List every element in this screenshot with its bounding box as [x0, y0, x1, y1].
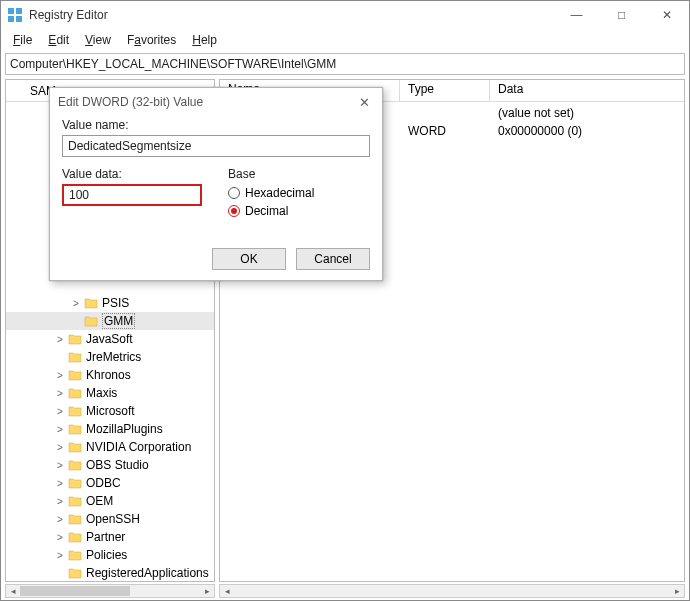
svg-rect-2 [8, 16, 14, 22]
svg-rect-3 [16, 16, 22, 22]
folder-icon [68, 495, 82, 507]
folder-icon [68, 333, 82, 345]
window-title: Registry Editor [29, 8, 554, 22]
expander-icon[interactable]: > [54, 405, 66, 417]
tree-node-nvidia-corporation[interactable]: >NVIDIA Corporation [6, 438, 214, 456]
menu-file[interactable]: File [5, 33, 40, 47]
menubar: File Edit View Favorites Help [1, 29, 689, 51]
tree-node-openssh[interactable]: >OpenSSH [6, 510, 214, 528]
expander-icon[interactable]: > [54, 495, 66, 507]
tree-node-partner[interactable]: >Partner [6, 528, 214, 546]
bottom-scroll-area: ◂ ▸ ◂ ▸ [5, 584, 685, 598]
tree-node-label: GMM [102, 313, 135, 329]
tree-hscroll[interactable]: ◂ ▸ [5, 584, 215, 598]
radio-decimal[interactable]: Decimal [228, 202, 370, 220]
expander-icon[interactable]: > [54, 423, 66, 435]
radio-dot-icon [228, 205, 240, 217]
tree-node-label: Microsoft [86, 404, 135, 418]
tree-node-gmm[interactable]: GMM [6, 312, 214, 330]
tree-node-odbc[interactable]: >ODBC [6, 474, 214, 492]
expander-icon[interactable] [70, 315, 82, 327]
menu-view[interactable]: View [77, 33, 119, 47]
tree-node-label: OBS Studio [86, 458, 149, 472]
folder-icon [68, 567, 82, 579]
expander-icon[interactable] [54, 567, 66, 579]
radio-hex-label: Hexadecimal [245, 186, 314, 200]
folder-icon [68, 441, 82, 453]
expander-icon[interactable]: > [54, 441, 66, 453]
tree-node-label: OpenSSH [86, 512, 140, 526]
tree-node-jremetrics[interactable]: JreMetrics [6, 348, 214, 366]
address-bar[interactable]: Computer\HKEY_LOCAL_MACHINE\SOFTWARE\Int… [5, 53, 685, 75]
value-name-field[interactable] [62, 135, 370, 157]
tree-node-label: MozillaPlugins [86, 422, 163, 436]
expander-icon[interactable]: > [54, 531, 66, 543]
expander-icon[interactable]: > [54, 459, 66, 471]
dialog-button-row: OK Cancel [212, 248, 370, 270]
tree-node-label: OEM [86, 494, 113, 508]
folder-icon [68, 423, 82, 435]
tree-node-registeredapplications[interactable]: RegisteredApplications [6, 564, 214, 581]
tree-node-javasoft[interactable]: >JavaSoft [6, 330, 214, 348]
expander-icon[interactable]: > [54, 477, 66, 489]
svg-rect-1 [16, 8, 22, 14]
list-cell-type: WORD [400, 124, 490, 138]
menu-help[interactable]: Help [184, 33, 225, 47]
expander-icon[interactable]: > [54, 549, 66, 561]
folder-icon [84, 297, 98, 309]
tree-node-label: RegisteredApplications [86, 566, 209, 580]
scroll-left-icon[interactable]: ◂ [220, 585, 234, 597]
minimize-button[interactable]: — [554, 1, 599, 29]
scroll-left-icon[interactable]: ◂ [6, 585, 20, 597]
cancel-button[interactable]: Cancel [296, 248, 370, 270]
tree-node-mozillaplugins[interactable]: >MozillaPlugins [6, 420, 214, 438]
folder-icon [68, 513, 82, 525]
list-hscroll[interactable]: ◂ ▸ [219, 584, 685, 598]
maximize-button[interactable]: □ [599, 1, 644, 29]
tree-node-label: Khronos [86, 368, 131, 382]
list-col-data[interactable]: Data [490, 80, 684, 101]
radio-hexadecimal[interactable]: Hexadecimal [228, 184, 370, 202]
folder-icon [68, 459, 82, 471]
expander-icon[interactable]: > [54, 369, 66, 381]
dialog-close-button[interactable]: ✕ [354, 95, 374, 110]
folder-icon [84, 315, 98, 327]
tree-node-label: JavaSoft [86, 332, 133, 346]
tree-node-khronos[interactable]: >Khronos [6, 366, 214, 384]
tree-node-maxis[interactable]: >Maxis [6, 384, 214, 402]
svg-rect-0 [8, 8, 14, 14]
radio-dec-label: Decimal [245, 204, 288, 218]
expander-icon[interactable]: > [70, 297, 82, 309]
menu-edit[interactable]: Edit [40, 33, 77, 47]
expander-icon[interactable]: > [54, 513, 66, 525]
folder-icon [68, 549, 82, 561]
expander-icon[interactable]: > [54, 387, 66, 399]
expander-icon[interactable] [54, 351, 66, 363]
scroll-right-icon[interactable]: ▸ [200, 585, 214, 597]
tree-node-obs-studio[interactable]: >OBS Studio [6, 456, 214, 474]
tree-node-psis[interactable]: >PSIS [6, 294, 214, 312]
value-data-field[interactable] [62, 184, 202, 206]
tree-node-oem[interactable]: >OEM [6, 492, 214, 510]
menu-favorites[interactable]: Favorites [119, 33, 184, 47]
scroll-right-icon[interactable]: ▸ [670, 585, 684, 597]
close-button[interactable]: ✕ [644, 1, 689, 29]
folder-icon [68, 477, 82, 489]
dialog-titlebar[interactable]: Edit DWORD (32-bit) Value ✕ [50, 88, 382, 116]
folder-icon [68, 351, 82, 363]
base-group-label: Base [228, 167, 370, 181]
tree-scroll-thumb[interactable] [20, 586, 130, 596]
titlebar: Registry Editor — □ ✕ [1, 1, 689, 29]
folder-icon [68, 369, 82, 381]
ok-button[interactable]: OK [212, 248, 286, 270]
tree-node-policies[interactable]: >Policies [6, 546, 214, 564]
folder-icon [68, 387, 82, 399]
list-cell-data: (value not set) [490, 106, 684, 120]
tree-node-microsoft[interactable]: >Microsoft [6, 402, 214, 420]
expander-icon[interactable]: > [54, 333, 66, 345]
address-text: Computer\HKEY_LOCAL_MACHINE\SOFTWARE\Int… [10, 57, 336, 71]
list-col-type[interactable]: Type [400, 80, 490, 101]
tree-node-label: NVIDIA Corporation [86, 440, 191, 454]
radio-dot-icon [228, 187, 240, 199]
folder-icon [68, 405, 82, 417]
